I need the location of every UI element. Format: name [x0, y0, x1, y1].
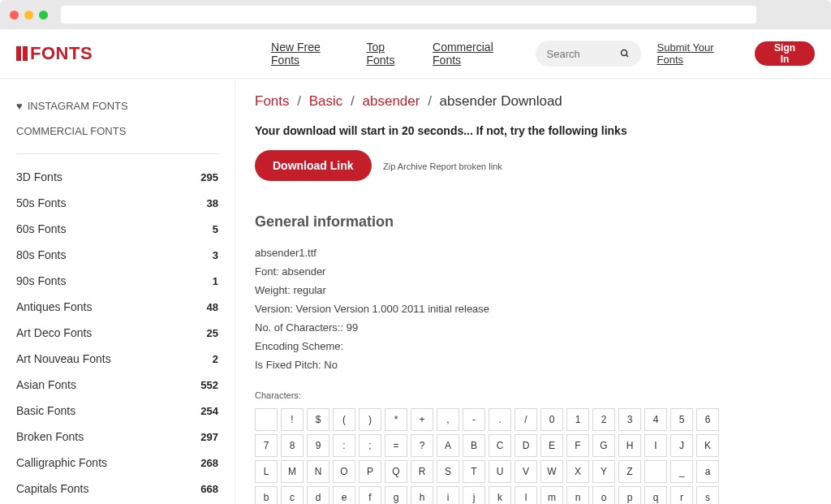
character-cell[interactable]: - — [463, 408, 485, 431]
character-cell[interactable]: ) — [359, 408, 381, 431]
character-cell[interactable]: X — [566, 460, 589, 483]
breadcrumb-fonts[interactable]: Fonts — [255, 93, 290, 109]
logo[interactable]: FONTS — [16, 43, 93, 64]
search-icon[interactable] — [620, 48, 630, 59]
character-cell[interactable]: , — [437, 408, 459, 431]
character-cell[interactable]: q — [644, 486, 667, 504]
character-cell[interactable]: D — [515, 434, 537, 457]
sidebar-category-item[interactable]: Capitals Fonts668 — [16, 476, 218, 502]
sidebar-category-item[interactable]: 80s Fonts3 — [16, 242, 218, 268]
character-cell[interactable]: 2 — [592, 408, 615, 431]
character-cell[interactable]: e — [333, 486, 355, 504]
character-cell[interactable]: E — [540, 434, 563, 457]
sidebar-category-item[interactable]: 60s Fonts5 — [16, 216, 218, 242]
character-cell[interactable]: g — [385, 486, 407, 504]
nav-top-fonts[interactable]: Top Fonts — [366, 41, 413, 67]
character-cell[interactable]: ! — [281, 408, 304, 431]
character-cell[interactable]: s — [696, 486, 719, 504]
report-broken-link[interactable]: Report broken link — [430, 162, 502, 171]
window-maximize[interactable] — [39, 11, 48, 19]
character-cell[interactable]: i — [437, 486, 459, 504]
character-cell[interactable]: 3 — [618, 408, 641, 431]
character-cell[interactable]: 6 — [696, 408, 719, 431]
sidebar-category-item[interactable]: Basic Fonts254 — [16, 398, 218, 424]
character-cell[interactable]: R — [411, 460, 433, 483]
search-box[interactable] — [536, 41, 641, 67]
character-cell[interactable] — [255, 408, 278, 431]
character-cell[interactable]: M — [281, 460, 304, 483]
character-cell[interactable]: G — [592, 434, 615, 457]
character-cell[interactable]: Z — [618, 460, 641, 483]
character-cell[interactable]: f — [359, 486, 381, 504]
character-cell[interactable]: Y — [592, 460, 615, 483]
sidebar-item-instagram-fonts[interactable]: ♥ INSTAGRAM FONTS — [16, 93, 218, 118]
character-cell[interactable]: F — [566, 434, 589, 457]
character-cell[interactable]: L — [255, 460, 278, 483]
character-cell[interactable]: _ — [670, 460, 693, 483]
character-cell[interactable]: o — [592, 486, 615, 504]
character-cell[interactable]: ? — [411, 434, 433, 457]
zip-archive-link[interactable]: Zip Archive — [383, 162, 427, 171]
sidebar-category-item[interactable]: Antiques Fonts48 — [16, 294, 218, 320]
character-cell[interactable]: + — [411, 408, 433, 431]
character-cell[interactable]: N — [307, 460, 329, 483]
character-cell[interactable]: P — [359, 460, 381, 483]
window-close[interactable] — [10, 11, 19, 19]
sidebar-item-commercial-fonts[interactable]: COMMERCIAL FONTS — [16, 118, 218, 144]
character-cell[interactable]: : — [333, 434, 355, 457]
sidebar-category-item[interactable]: Calligraphic Fonts268 — [16, 450, 218, 476]
character-cell[interactable]: 8 — [281, 434, 304, 457]
sidebar-category-item[interactable]: Broken Fonts297 — [16, 424, 218, 450]
character-cell[interactable]: H — [618, 434, 641, 457]
character-cell[interactable]: ( — [333, 408, 355, 431]
character-cell[interactable]: V — [515, 460, 537, 483]
character-cell[interactable]: = — [385, 434, 407, 457]
window-minimize[interactable] — [24, 11, 33, 19]
character-cell[interactable]: m — [540, 486, 563, 504]
character-cell[interactable]: W — [540, 460, 563, 483]
character-cell[interactable]: K — [696, 434, 719, 457]
character-cell[interactable]: . — [489, 408, 511, 431]
sidebar-category-item[interactable]: Art Deco Fonts25 — [16, 320, 218, 346]
character-cell[interactable] — [644, 460, 667, 483]
signin-button[interactable]: Sign In — [755, 41, 815, 66]
character-cell[interactable]: 7 — [255, 434, 278, 457]
breadcrumb-absender[interactable]: absender — [363, 93, 420, 109]
sidebar-category-item[interactable]: Art Nouveau Fonts2 — [16, 346, 218, 372]
search-input[interactable] — [547, 48, 620, 60]
character-cell[interactable]: $ — [307, 408, 329, 431]
url-bar[interactable] — [61, 6, 756, 24]
character-cell[interactable]: l — [515, 486, 537, 504]
character-cell[interactable]: 1 — [566, 408, 589, 431]
character-cell[interactable]: 5 — [670, 408, 693, 431]
character-cell[interactable]: C — [489, 434, 511, 457]
character-cell[interactable]: 9 — [307, 434, 329, 457]
character-cell[interactable]: A — [437, 434, 459, 457]
sidebar-category-item[interactable]: 3D Fonts295 — [16, 164, 218, 190]
character-cell[interactable]: b — [255, 486, 278, 504]
nav-commercial-fonts[interactable]: Commercial Fonts — [433, 41, 519, 67]
character-cell[interactable]: J — [670, 434, 693, 457]
character-cell[interactable]: 4 — [644, 408, 667, 431]
breadcrumb-basic[interactable]: Basic — [309, 93, 343, 109]
sidebar-category-item[interactable]: 90s Fonts1 — [16, 268, 218, 294]
character-cell[interactable]: Q — [385, 460, 407, 483]
character-cell[interactable]: / — [515, 408, 537, 431]
sidebar-category-item[interactable]: Asian Fonts552 — [16, 372, 218, 398]
character-cell[interactable]: B — [463, 434, 485, 457]
character-cell[interactable]: 0 — [540, 408, 563, 431]
character-cell[interactable]: n — [566, 486, 589, 504]
character-cell[interactable]: U — [489, 460, 511, 483]
character-cell[interactable]: O — [333, 460, 355, 483]
character-cell[interactable]: d — [307, 486, 329, 504]
character-cell[interactable]: c — [281, 486, 304, 504]
character-cell[interactable]: p — [618, 486, 641, 504]
character-cell[interactable]: * — [385, 408, 407, 431]
character-cell[interactable]: j — [463, 486, 485, 504]
character-cell[interactable]: ; — [359, 434, 381, 457]
character-cell[interactable]: S — [437, 460, 459, 483]
sidebar-category-item[interactable]: 50s Fonts38 — [16, 190, 218, 216]
character-cell[interactable]: r — [670, 486, 693, 504]
submit-fonts-link[interactable]: Submit Your Fonts — [657, 41, 739, 66]
character-cell[interactable]: k — [489, 486, 511, 504]
